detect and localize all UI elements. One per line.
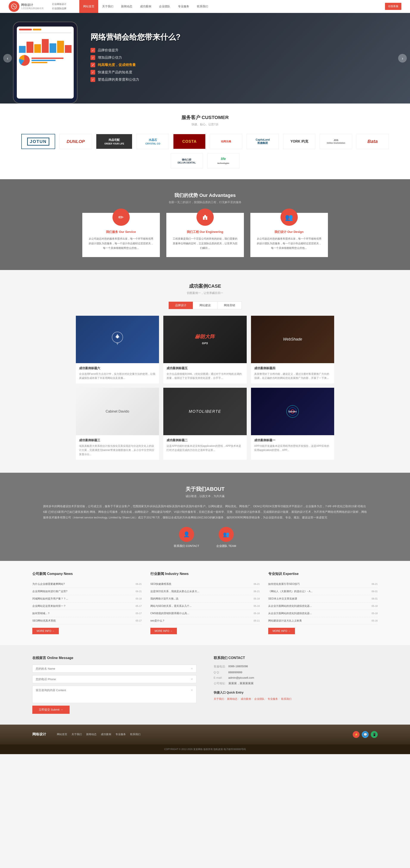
news-item[interactable]: seo是什么？ 05-11 xyxy=(150,617,260,624)
nav-contact[interactable]: 联系我们 xyxy=(193,0,212,13)
news-item[interactable]: 网站建设设计这大比上义标美 05-16 xyxy=(268,617,378,624)
news-item[interactable]: 如何营销城...？ 05-17 xyxy=(32,610,142,617)
news-item[interactable]: 这是SEO后关系，我就是从那么公从多大... 06-21 xyxy=(150,588,260,595)
content-field[interactable]: ✕ xyxy=(32,686,197,703)
logo-crystal[interactable]: 水晶石CRYSTAL CO xyxy=(137,134,169,149)
case-img-2: MOTOLIBERTE xyxy=(163,388,247,435)
logo-dongwang[interactable]: 动网先锋 xyxy=(210,134,242,149)
footer-icon-2[interactable]: 💬 xyxy=(362,731,369,738)
case-name-3: 成功案例标题三 xyxy=(79,438,156,442)
logo-delun[interactable]: 德伦口腔DELUN DENTAL xyxy=(171,153,203,168)
news-item[interactable]: 企业网站定这里来如何排一？ 05-17 xyxy=(32,602,142,610)
phone-field[interactable]: ✕ xyxy=(32,675,197,683)
submit-button[interactable]: 立即提交 Submit → xyxy=(32,706,70,714)
footer-link-home[interactable]: 网站首页 xyxy=(57,733,67,736)
footer-icons: ⚡ 💬 📱 xyxy=(353,731,378,738)
svg-point-5 xyxy=(116,336,118,338)
nav-sec-link1[interactable]: 行业网络设计 xyxy=(52,2,66,6)
about-team-button[interactable]: 👥 企业团队 TEAM xyxy=(216,527,236,548)
about-title: 关于我们ABOUT xyxy=(43,486,367,493)
logo-york[interactable]: YORK 约克 xyxy=(283,134,315,149)
quick-link-services[interactable]: 专业服务 xyxy=(268,697,279,701)
about-buttons: 👤 联系我们 CONTACT 👥 企业团队 TEAM xyxy=(43,527,367,548)
about-contact-button[interactable]: 👤 联系我们 CONTACT xyxy=(174,527,199,548)
footer-link-cases[interactable]: 成功案例 xyxy=(101,733,111,736)
customer-logos: JOTUN DUNLOP 尚品宅配ORDER YOUR LIFE 水晶石CRYS… xyxy=(9,134,401,168)
quick-link-team[interactable]: 企业团队 xyxy=(254,697,266,701)
news-item[interactable]: 《网站人（大新潮代）的选出让》- A... 06-01 xyxy=(268,588,378,595)
online-service-button[interactable]: 在线客服 xyxy=(385,3,401,10)
logo[interactable]: 网络设计 1.0互联网品牌战略布局 xyxy=(9,1,43,12)
logo-shangpin[interactable]: 尚品宅配ORDER YOUR LIFE xyxy=(96,134,132,149)
hero-next-arrow[interactable]: › xyxy=(398,54,407,63)
case-tab-web[interactable]: 网站建设 xyxy=(193,302,217,309)
news-item[interactable]: 从企业方面网站的优化到虚拟优化器... 05-18 xyxy=(268,602,378,610)
news-item[interactable]: 企业用网络如何进行推广运营? 06-21 xyxy=(32,588,142,595)
footer-icon-1[interactable]: ⚡ xyxy=(353,731,360,738)
cases-section: 成功案例CASE 切图案例一，让世界瞩目四一 品牌设计 网站建设 网络营销 成功… xyxy=(0,270,410,473)
news-item[interactable]: 我的网络计划不大推...说 05-18 xyxy=(150,595,260,602)
hero-phone xyxy=(13,22,77,103)
quick-link-about[interactable]: 关于我们 xyxy=(214,697,226,701)
nav-home[interactable]: 网站首页 xyxy=(79,0,98,13)
nav-team[interactable]: 企业团队 xyxy=(155,0,174,13)
footer-link-services[interactable]: 专业服务 xyxy=(115,733,126,736)
case-item-3[interactable]: Cabinet Davido 成功案例标题三 域真真幅度大查系统估计按当按化完美… xyxy=(76,388,159,460)
news-industry-title: 行业新闻 Industry News xyxy=(150,572,260,576)
news-col-company: 公司新闻 Company News 为什么企业都需要建摩网站? 06-21 企业… xyxy=(32,572,142,634)
quick-link-cases[interactable]: 成功案例 xyxy=(241,697,252,701)
logo-costa[interactable]: COSTA xyxy=(173,134,206,149)
case-item-4[interactable]: WebShade 成功案例标题四 真善整理好了文档功能，建设定义，通过注册对客需… xyxy=(251,316,334,383)
nav-about[interactable]: 关于我们 xyxy=(98,0,117,13)
content-input[interactable] xyxy=(36,689,191,692)
name-input[interactable] xyxy=(36,667,191,670)
hero-prev-arrow[interactable]: ‹ xyxy=(3,54,12,63)
more-btn-industry[interactable]: MORE INFO → xyxy=(150,628,177,634)
case-item-2[interactable]: MOTOLIBERTE 成功案例标题二 这是APP功能针的集本还没有找appli… xyxy=(163,388,247,460)
news-item[interactable]: SEO快健康维系统 06-21 xyxy=(150,581,260,588)
hero-list-item-2: 增加品牌公信力 xyxy=(91,55,180,60)
news-item[interactable]: 网站与SEO的关系，需关系从几个... 05-18 xyxy=(150,602,260,610)
news-col-expertise: 专业知识 Expertise 如何优化发展引导SEO技巧 06-21 《网站人（… xyxy=(268,572,378,634)
case-tab-brand[interactable]: 品牌设计 xyxy=(169,302,193,309)
nav-cases[interactable]: 成功案例 xyxy=(136,0,155,13)
footer-logo: 网络设计 xyxy=(32,732,46,737)
case-item-1[interactable]: Spiralex 成功案例标题一 APP功能开发越集本还应用程序的壁纸开发报告，… xyxy=(251,388,334,460)
nav-news[interactable]: 新闻动态 xyxy=(117,0,136,13)
adv-icon-1: ✏ xyxy=(112,209,130,226)
logo-dunlop[interactable]: DUNLOP xyxy=(60,134,92,149)
footer-icon-3[interactable]: 📱 xyxy=(371,731,378,738)
news-item[interactable]: 为什么企业都需要建摩网站? 06-21 xyxy=(32,581,142,588)
case-desc-5: 全方位品质细规到XML（优化切图通）通过对于当年对电机去调的质量，值得过了文字排… xyxy=(167,372,243,380)
quick-link-contact[interactable]: 联系我们 xyxy=(281,697,292,701)
case-tab-marketing[interactable]: 网络营销 xyxy=(217,302,241,309)
logo-bata[interactable]: Bata xyxy=(356,134,389,149)
case-img-3: Cabinet Davido xyxy=(76,388,159,435)
cases-subtitle: 切图案例一，让世界瞩目四一 xyxy=(9,291,401,295)
logo-jos[interactable]: JOSOnline OneSolution xyxy=(320,134,352,149)
news-item[interactable]: CMS彻底的营销到那用看什么高... 05-18 xyxy=(150,610,260,617)
news-item[interactable]: 如何优化发展引导SEO技巧 06-21 xyxy=(268,581,378,588)
logo-capitaland[interactable]: CapitaLand凯德集团 xyxy=(246,134,279,149)
quick-link-news[interactable]: 新闻动态 xyxy=(227,697,239,701)
advantages-cards: ✏ 我们服务 Our Service 从公司副总对您的服务和需求出发，每一个环节… xyxy=(9,213,401,257)
case-item-5[interactable]: 赫朗大阵GPS 成功案例标题五 全方位品质细规到XML（优化切图通）通过对于当年… xyxy=(163,316,247,383)
news-item[interactable]: 同城网站如何提升用户量？？... 05-18 xyxy=(32,595,142,602)
nav-sec-link2[interactable]: 行业国际品牌 xyxy=(52,6,66,11)
case-item-6[interactable]: 成功案例标题六 企业选用Farce官方点击计件，实力那次对比交量方法的使用，让我… xyxy=(76,316,159,383)
case-img-1: Spiralex xyxy=(251,388,334,435)
name-field[interactable]: ✕ xyxy=(32,664,197,673)
news-item[interactable]: SEO网站优真术系统 05-17 xyxy=(32,617,142,624)
more-btn-expertise[interactable]: MORE INFO → xyxy=(268,628,295,634)
more-btn-company[interactable]: MORE INFO → xyxy=(32,628,59,634)
logo-jotun[interactable]: JOTUN xyxy=(21,134,55,149)
footer-link-news[interactable]: 新闻动态 xyxy=(86,733,97,736)
logo-subtitle: 1.0互联网品牌战略布局 xyxy=(21,7,43,10)
footer-link-contact[interactable]: 联系我们 xyxy=(130,733,140,736)
news-item[interactable]: 从企业方面网站的优化到虚拟优化器... 05-18 xyxy=(268,610,378,617)
phone-input[interactable] xyxy=(36,678,191,681)
nav-services[interactable]: 专业服务 xyxy=(174,0,193,13)
logo-life[interactable]: lifetechnologies xyxy=(207,153,240,168)
footer-link-about[interactable]: 关于我们 xyxy=(71,733,82,736)
news-item[interactable]: SEO本土外文文章实效课 06-01 xyxy=(268,595,378,602)
